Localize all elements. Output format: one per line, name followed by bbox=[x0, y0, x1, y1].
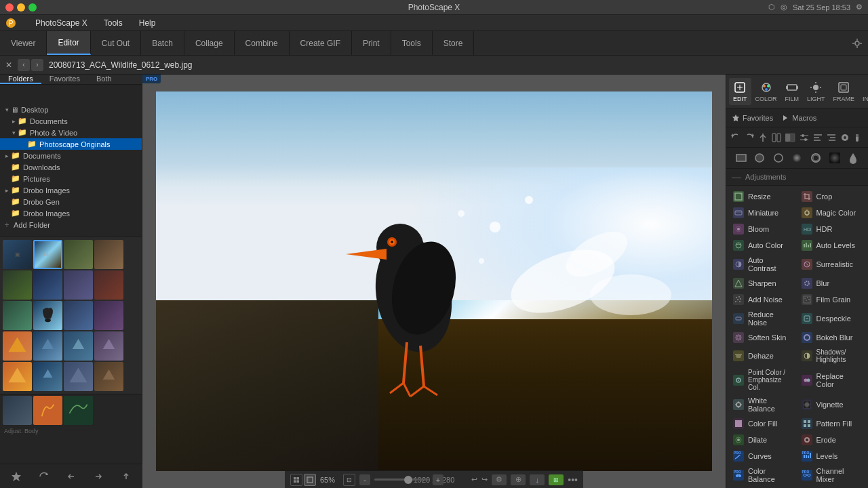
tab-batch[interactable]: Batch bbox=[141, 31, 184, 55]
sidebar-item-drobo-images2[interactable]: 📁 Drobo Images bbox=[0, 207, 142, 219]
tab-favorites[interactable]: Favorites bbox=[41, 75, 88, 83]
thumbnail[interactable] bbox=[3, 362, 32, 391]
circle-outline-icon[interactable] bbox=[771, 150, 786, 165]
sidebar-item-downloads[interactable]: 📁 Downloads bbox=[0, 161, 142, 173]
tool-magic-color[interactable]: Magic Color bbox=[797, 205, 866, 221]
thumbnail[interactable] bbox=[33, 270, 62, 300]
circle-shape-icon[interactable] bbox=[752, 150, 767, 165]
sidebar-item-desktop[interactable]: ▾ 🖥 Desktop bbox=[0, 104, 142, 115]
up-button[interactable] bbox=[117, 470, 135, 483]
zoom-out-button[interactable]: - bbox=[359, 474, 370, 485]
tool-sharpen[interactable]: Sharpen bbox=[729, 275, 797, 291]
download-button[interactable]: ↓ bbox=[530, 474, 545, 485]
zoom-handle[interactable] bbox=[404, 476, 412, 484]
sidebar-item-photoscape-originals[interactable]: 📁 Photoscape Originals bbox=[0, 138, 142, 150]
thumbnail[interactable] bbox=[94, 331, 123, 361]
star-button[interactable] bbox=[7, 470, 25, 483]
fit-button[interactable]: ⊡ bbox=[343, 474, 355, 486]
circle-gradient-icon[interactable] bbox=[789, 150, 804, 165]
fill-tool[interactable] bbox=[838, 130, 852, 145]
tool-replace-color[interactable]: Replace Color bbox=[797, 366, 866, 394]
single-view-button[interactable] bbox=[304, 474, 316, 486]
rt-tool-color[interactable]: / COLOR bbox=[751, 78, 781, 105]
tool-channel-mixer[interactable]: PRO Channel Mixer bbox=[797, 464, 866, 486]
flip-horizontal-tool[interactable] bbox=[770, 130, 783, 145]
maximize-button[interactable] bbox=[28, 3, 37, 12]
copy-button[interactable]: ⊕ bbox=[511, 474, 526, 485]
settings-icon[interactable]: ⚙ bbox=[856, 3, 863, 12]
close-button[interactable] bbox=[5, 3, 14, 12]
thumbnail[interactable]: bird bbox=[33, 240, 62, 269]
thumbnail[interactable] bbox=[3, 270, 32, 300]
tool-crop[interactable]: Crop bbox=[797, 188, 866, 205]
rect-shape-icon[interactable] bbox=[734, 150, 749, 165]
thumbnail[interactable] bbox=[64, 331, 93, 361]
tool-reduce-noise[interactable]: Reduce Noise bbox=[729, 308, 797, 329]
tab-store[interactable]: Store bbox=[433, 31, 475, 55]
grid-view-button[interactable] bbox=[290, 474, 302, 486]
tab-cutout[interactable]: Cut Out bbox=[91, 31, 141, 55]
thumbnail[interactable] bbox=[64, 240, 93, 269]
rotate-left-tool[interactable] bbox=[729, 130, 743, 145]
sidebar-item-drobo-images[interactable]: ▸ 📁 Drobo Images bbox=[0, 184, 142, 196]
rt-tool-film[interactable]: FILM bbox=[781, 78, 804, 105]
sidebar-item-documents[interactable]: ▸ 📁 Documents bbox=[0, 150, 142, 161]
thumbnail[interactable] bbox=[33, 331, 62, 361]
tab-folders[interactable]: Folders bbox=[0, 75, 41, 84]
minimize-button[interactable] bbox=[17, 3, 25, 12]
tool-curves[interactable]: PRO Curves bbox=[729, 448, 797, 464]
thumbnail[interactable] bbox=[64, 396, 93, 425]
tool-erode[interactable]: Erode bbox=[797, 432, 866, 448]
back-button[interactable] bbox=[62, 470, 80, 483]
forward-button[interactable] bbox=[90, 470, 107, 483]
tool-bloom[interactable]: Bloom bbox=[729, 221, 797, 237]
menu-app[interactable]: PhotoScape X bbox=[33, 17, 90, 29]
thumbnail[interactable] bbox=[33, 301, 62, 330]
tool-add-noise[interactable]: Add Noise bbox=[729, 291, 797, 308]
thumbnail[interactable] bbox=[3, 331, 32, 361]
rt-tool-frame[interactable]: FRAME bbox=[829, 78, 859, 105]
adjust-tool[interactable] bbox=[797, 130, 810, 145]
rt-tool-insert[interactable]: INSERT bbox=[859, 78, 868, 105]
tab-combine[interactable]: Combine bbox=[235, 31, 290, 55]
tool-white-balance[interactable]: White Balance bbox=[729, 394, 797, 415]
flip-vertical-tool[interactable] bbox=[756, 130, 770, 145]
thumbnail[interactable] bbox=[64, 301, 93, 330]
thumbnail[interactable] bbox=[33, 396, 62, 425]
refresh-button[interactable] bbox=[35, 470, 53, 483]
circle-border-icon[interactable] bbox=[808, 150, 823, 165]
tab-both[interactable]: Both bbox=[88, 75, 120, 83]
tool-film-grain[interactable]: Film Grain bbox=[797, 291, 866, 308]
zoom-in-button[interactable]: + bbox=[433, 474, 443, 485]
tab-collage[interactable]: Collage bbox=[184, 31, 235, 55]
circle-vignette-icon[interactable] bbox=[827, 150, 842, 165]
thumbnail[interactable] bbox=[94, 270, 123, 300]
tool-color-fill[interactable]: Color Fill bbox=[729, 415, 797, 432]
sidebar-item-drobo-gen[interactable]: 📁 Drobo Gen bbox=[0, 196, 142, 207]
rt-tool-light[interactable]: LIGHT bbox=[803, 78, 829, 105]
tool-hdr[interactable]: HDR HDR bbox=[797, 221, 866, 237]
rotate-right-tool[interactable] bbox=[743, 130, 756, 145]
more-button[interactable]: ••• bbox=[568, 474, 578, 485]
tool-miniature[interactable]: Miniature bbox=[729, 205, 797, 221]
tool-surrealistic[interactable]: Surrealistic bbox=[797, 253, 866, 275]
align-right-tool[interactable] bbox=[825, 130, 838, 145]
thumbnail[interactable] bbox=[33, 362, 62, 391]
tool-auto-contrast[interactable]: Auto Contrast bbox=[729, 253, 797, 275]
tool-blur[interactable]: Blur bbox=[797, 275, 866, 291]
thumbnail[interactable] bbox=[94, 240, 123, 269]
thumbnail[interactable]: ▣ bbox=[3, 240, 32, 269]
tool-auto-levels[interactable]: Auto Levels bbox=[797, 237, 866, 253]
thumbnail[interactable] bbox=[94, 362, 123, 391]
sidebar-item-photo-video[interactable]: ▾ 📁 Photo & Video bbox=[0, 127, 142, 138]
compare-tool[interactable] bbox=[783, 130, 797, 145]
tool-pattern-fill[interactable]: Pattern Fill bbox=[797, 415, 866, 432]
drop-shape-icon[interactable] bbox=[846, 150, 861, 165]
tool-auto-color[interactable]: Auto Color bbox=[729, 237, 797, 253]
close-file-button[interactable]: ✕ bbox=[5, 60, 12, 70]
tool-dehaze[interactable]: Dehaze bbox=[729, 346, 797, 366]
tab-print[interactable]: Print bbox=[352, 31, 391, 55]
tool-despeckle[interactable]: Despeckle bbox=[797, 308, 866, 329]
zoom-slider[interactable] bbox=[374, 479, 429, 481]
thumbnail[interactable] bbox=[3, 301, 32, 330]
